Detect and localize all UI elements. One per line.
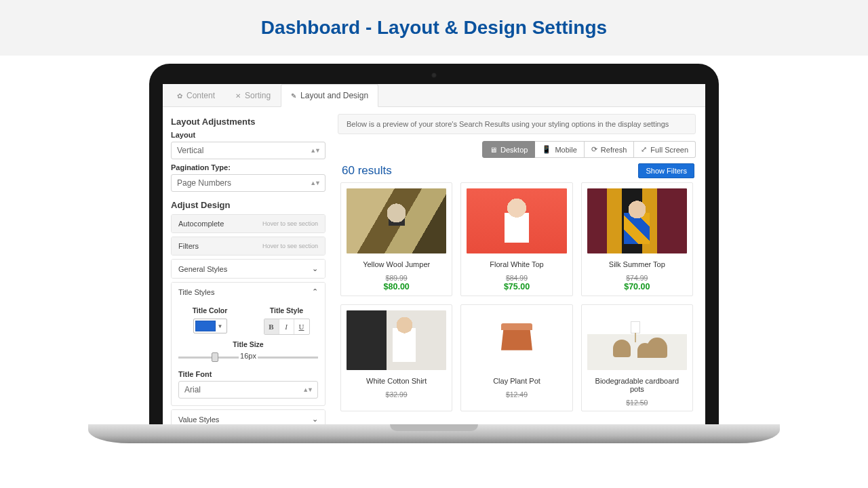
select-value: Vertical xyxy=(177,146,203,155)
color-swatch xyxy=(195,321,216,331)
button-label: Mobile xyxy=(555,146,576,154)
button-label: Full Screen xyxy=(650,146,688,154)
adjust-design-title: Adjust Design xyxy=(171,200,326,210)
product-name: Floral White Top xyxy=(467,260,566,268)
tab-layout-design[interactable]: ✎ Layout and Design xyxy=(281,84,378,107)
panel-autocomplete[interactable]: Autocomplete Hover to see section xyxy=(172,215,325,232)
panel-label: Title Styles xyxy=(178,288,214,296)
layout-select[interactable]: Vertical ▲▼ xyxy=(171,142,326,159)
info-banner: Below is a preview of your store's Searc… xyxy=(338,114,696,134)
monitor-icon: 🖥 xyxy=(490,146,497,154)
tab-label: Sorting xyxy=(245,91,271,100)
settings-tabbar: ✿ Content ✕ Sorting ✎ Layout and Design xyxy=(163,84,705,107)
laptop-notch xyxy=(390,424,478,431)
panel-label: Value Styles xyxy=(178,415,219,424)
select-value: Page Numbers xyxy=(177,178,231,188)
laptop-bezel: ✿ Content ✕ Sorting ✎ Layout and Design xyxy=(149,64,719,443)
product-old-price: $84.99 xyxy=(467,274,566,282)
product-price: $80.00 xyxy=(347,282,446,291)
page-banner: Dashboard - Layout & Design Settings xyxy=(0,0,868,56)
product-name: White Cotton Shirt xyxy=(347,377,446,385)
product-price: $70.00 xyxy=(587,282,687,291)
product-old-price: $32.99 xyxy=(347,390,446,399)
caret-icon: ▲▼ xyxy=(302,386,312,393)
italic-button[interactable]: I xyxy=(279,319,294,334)
layout-adjustments-title: Layout Adjustments xyxy=(171,117,326,127)
gear-icon: ✿ xyxy=(177,92,182,100)
title-size-label: Title Size xyxy=(178,340,318,348)
title-font-select[interactable]: Arial ▲▼ xyxy=(178,381,318,399)
button-label: Refresh xyxy=(601,146,627,154)
product-image xyxy=(347,310,446,370)
product-card[interactable]: White Cotton Shirt $32.99 xyxy=(340,304,452,411)
shuffle-icon: ✕ xyxy=(235,92,241,100)
panel-label: General Styles xyxy=(178,265,227,273)
product-row: White Cotton Shirt $32.99 Clay Plant Pot… xyxy=(338,304,696,411)
refresh-button[interactable]: ⟳ Refresh xyxy=(585,141,635,158)
title-styles-body: Title Color ▼ Title Style xyxy=(172,301,325,405)
preview-toolbar: 🖥 Desktop 📱 Mobile ⟳ Refresh xyxy=(338,141,696,158)
product-card[interactable]: Biodegradable cardboard pots $12.50 xyxy=(581,304,693,411)
panel-filters[interactable]: Filters Hover to see section xyxy=(172,237,325,255)
caret-down-icon: ▼ xyxy=(216,323,225,329)
title-color-label: Title Color xyxy=(178,306,241,314)
product-name: Clay Plant Pot xyxy=(467,377,566,385)
product-name: Yellow Wool Jumper xyxy=(347,260,446,268)
laptop-mockup: ✿ Content ✕ Sorting ✎ Layout and Design xyxy=(0,56,868,488)
panel-label: Filters xyxy=(178,242,199,250)
refresh-icon: ⟳ xyxy=(591,145,597,154)
chevron-up-icon: ⌃ xyxy=(312,287,318,296)
mobile-icon: 📱 xyxy=(542,145,551,154)
layout-label: Layout xyxy=(171,131,326,139)
product-card[interactable]: Yellow Wool Jumper $89.99 $80.00 xyxy=(340,182,452,296)
product-old-price: $12.49 xyxy=(467,390,566,399)
bold-button[interactable]: B xyxy=(264,319,279,334)
product-row: Yellow Wool Jumper $89.99 $80.00 Floral … xyxy=(338,182,696,296)
select-value: Arial xyxy=(184,385,201,394)
title-size-value: 16px xyxy=(239,352,258,360)
preview-pane: Below is a preview of your store's Searc… xyxy=(334,107,705,443)
laptop-base xyxy=(88,424,780,443)
tab-content[interactable]: ✿ Content xyxy=(167,84,225,106)
show-filters-button[interactable]: Show Filters xyxy=(638,163,694,178)
button-label: Desktop xyxy=(500,146,528,154)
title-style-label: Title Style xyxy=(255,306,318,314)
chevron-down-icon: ⌄ xyxy=(312,264,318,273)
app-screen: ✿ Content ✕ Sorting ✎ Layout and Design xyxy=(163,84,705,443)
view-mobile-button[interactable]: 📱 Mobile xyxy=(535,141,584,158)
hover-hint: Hover to see section xyxy=(262,220,318,227)
chevron-down-icon: ⌄ xyxy=(312,415,318,424)
title-color-picker[interactable]: ▼ xyxy=(193,319,227,333)
product-card[interactable]: Silk Summer Top $74.99 $70.00 xyxy=(581,182,693,296)
product-old-price: $12.50 xyxy=(587,399,687,407)
hover-hint: Hover to see section xyxy=(262,243,318,249)
product-old-price: $89.99 xyxy=(347,274,446,282)
product-image xyxy=(467,310,566,370)
product-image xyxy=(467,188,566,253)
caret-icon: ▲▼ xyxy=(310,180,319,186)
pagination-label: Pagination Type: xyxy=(171,163,326,171)
product-card[interactable]: Floral White Top $84.99 $75.00 xyxy=(460,182,572,296)
results-count: 60 results xyxy=(342,164,392,178)
product-image xyxy=(347,188,446,253)
panel-label: Autocomplete xyxy=(178,220,224,228)
view-desktop-button[interactable]: 🖥 Desktop xyxy=(482,141,535,158)
product-image xyxy=(587,310,687,370)
fullscreen-button[interactable]: ⤢ Full Screen xyxy=(634,141,696,158)
tab-sorting[interactable]: ✕ Sorting xyxy=(225,84,281,106)
brush-icon: ✎ xyxy=(291,92,296,100)
camera-icon xyxy=(431,73,437,78)
panel-title-styles[interactable]: Title Styles ⌃ xyxy=(172,283,325,301)
product-price: $75.00 xyxy=(467,282,566,291)
settings-sidebar: Layout Adjustments Layout Vertical ▲▼ Pa… xyxy=(163,107,334,443)
panel-general-styles[interactable]: General Styles ⌄ xyxy=(172,260,325,278)
product-card[interactable]: Clay Plant Pot $12.49 xyxy=(460,304,572,411)
tab-label: Layout and Design xyxy=(300,91,368,100)
product-image xyxy=(587,188,687,253)
product-name: Biodegradable cardboard pots xyxy=(587,377,687,393)
underline-button[interactable]: U xyxy=(294,319,309,334)
title-font-label: Title Font xyxy=(178,370,318,378)
expand-icon: ⤢ xyxy=(641,145,647,154)
title-style-buttons: B I U xyxy=(264,319,310,335)
pagination-select[interactable]: Page Numbers ▲▼ xyxy=(171,174,326,192)
